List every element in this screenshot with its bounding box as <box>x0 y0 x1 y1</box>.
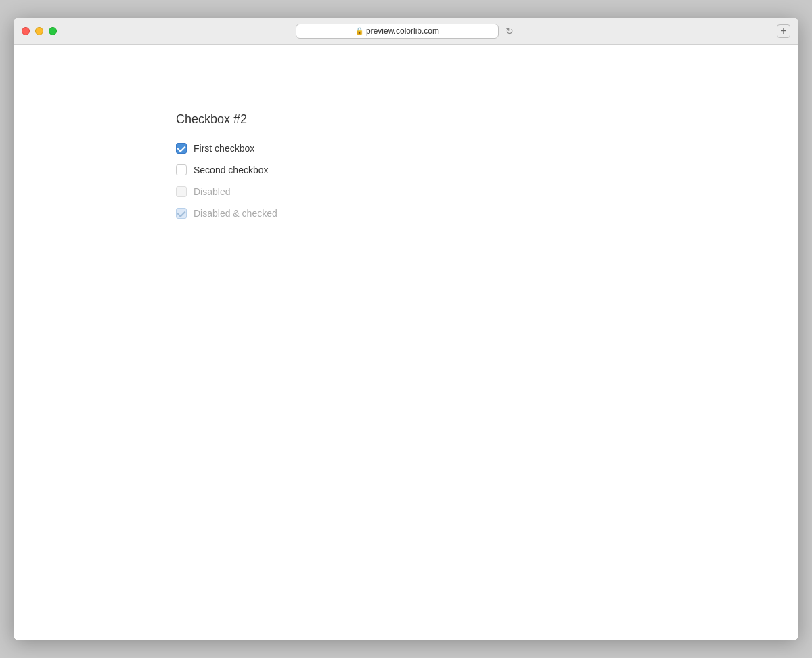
new-tab-button[interactable]: + <box>777 24 790 38</box>
checkbox-item-second: Second checkbox <box>176 164 798 175</box>
checkbox-first[interactable] <box>176 143 187 154</box>
checkbox-second[interactable] <box>176 164 187 175</box>
checkbox-item-disabled-checked: Disabled & checked <box>176 208 798 219</box>
lock-icon: 🔒 <box>355 27 363 35</box>
address-bar[interactable]: 🔒 preview.colorlib.com <box>296 24 499 39</box>
close-button[interactable] <box>22 27 30 35</box>
checkbox-disabled-checked-label: Disabled & checked <box>194 208 277 219</box>
checkbox-first-label[interactable]: First checkbox <box>194 143 254 154</box>
traffic-lights <box>22 27 57 35</box>
checkbox-list: First checkbox Second checkbox Disabled … <box>176 143 798 219</box>
minimize-button[interactable] <box>35 27 43 35</box>
reload-button[interactable]: ↻ <box>503 26 516 37</box>
browser-window: 🔒 preview.colorlib.com ↻ + Checkbox #2 F… <box>14 18 798 640</box>
checkbox-disabled-label: Disabled <box>194 186 230 197</box>
browser-titlebar: 🔒 preview.colorlib.com ↻ + <box>14 18 798 45</box>
section-title: Checkbox #2 <box>176 112 798 127</box>
content-area: Checkbox #2 First checkbox Second checkb… <box>14 85 798 219</box>
checkbox-item-first: First checkbox <box>176 143 798 154</box>
address-bar-container: 🔒 preview.colorlib.com ↻ <box>296 24 516 39</box>
maximize-button[interactable] <box>49 27 57 35</box>
checkbox-disabled-checked <box>176 208 187 219</box>
browser-content: Checkbox #2 First checkbox Second checkb… <box>14 45 798 640</box>
checkbox-disabled <box>176 186 187 197</box>
checkbox-second-label[interactable]: Second checkbox <box>194 164 269 175</box>
url-text: preview.colorlib.com <box>366 26 439 36</box>
checkbox-item-disabled: Disabled <box>176 186 798 197</box>
